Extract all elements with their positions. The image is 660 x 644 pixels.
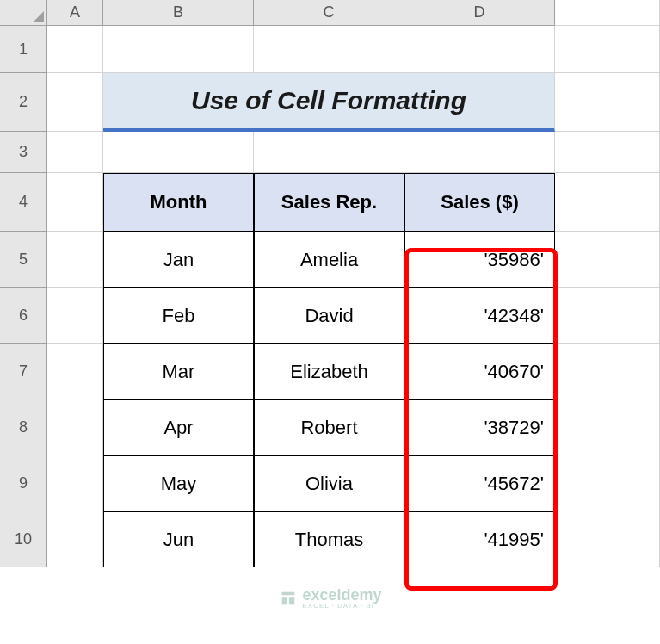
row-header-10[interactable]: 10 <box>0 511 47 567</box>
row-header-5[interactable]: 5 <box>0 232 47 288</box>
row-header-1[interactable]: 1 <box>0 26 47 73</box>
row-header-9[interactable]: 9 <box>0 455 47 511</box>
empty-cell[interactable] <box>555 173 660 232</box>
row-header-2[interactable]: 2 <box>0 73 47 132</box>
cell-d1[interactable] <box>404 26 555 73</box>
header-sales[interactable]: Sales ($) <box>404 173 555 232</box>
cell-rep[interactable]: Olivia <box>254 455 404 511</box>
empty-cell[interactable] <box>555 132 660 173</box>
cell-b3[interactable] <box>103 132 254 173</box>
cell-a2[interactable] <box>47 73 103 132</box>
watermark-sub: EXCEL · DATA · BI <box>302 603 381 610</box>
cell-month[interactable]: Jun <box>103 511 254 567</box>
cell-sales[interactable]: '41995' <box>404 511 555 567</box>
row-header-3[interactable]: 3 <box>0 132 47 173</box>
header-rep[interactable]: Sales Rep. <box>254 173 404 232</box>
col-header-b[interactable]: B <box>103 0 254 26</box>
cell-sales[interactable]: '42348' <box>404 288 555 344</box>
cell-a6[interactable] <box>47 288 103 344</box>
cell-sales[interactable]: '38729' <box>404 399 555 455</box>
cell-a5[interactable] <box>47 232 103 288</box>
cell-sales[interactable]: '45672' <box>404 455 555 511</box>
cell-a8[interactable] <box>47 399 103 455</box>
row-header-6[interactable]: 6 <box>0 288 47 344</box>
cell-month[interactable]: Mar <box>103 344 254 399</box>
watermark-main: exceldemy <box>302 587 381 603</box>
row-header-7[interactable]: 7 <box>0 344 47 399</box>
cell-sales[interactable]: '40670' <box>404 344 555 399</box>
empty-cell[interactable] <box>555 0 660 26</box>
cell-rep[interactable]: Amelia <box>254 232 404 288</box>
cell-a3[interactable] <box>47 132 103 173</box>
title-cell[interactable]: Use of Cell Formatting <box>103 73 555 132</box>
empty-cell[interactable] <box>555 399 660 455</box>
cell-d3[interactable] <box>404 132 555 173</box>
spreadsheet-grid: A B C D 1 2 Use of Cell Formatting 3 4 M… <box>0 0 660 567</box>
empty-cell[interactable] <box>555 511 660 567</box>
watermark-icon <box>278 589 297 608</box>
cell-month[interactable]: Jan <box>103 232 254 288</box>
select-all-corner[interactable] <box>0 0 47 26</box>
cell-c3[interactable] <box>254 132 404 173</box>
cell-sales[interactable]: '35986' <box>404 232 555 288</box>
cell-a7[interactable] <box>47 344 103 399</box>
empty-cell[interactable] <box>555 232 660 288</box>
empty-cell[interactable] <box>555 288 660 344</box>
watermark: exceldemy EXCEL · DATA · BI <box>278 587 381 610</box>
cell-rep[interactable]: David <box>254 288 404 344</box>
cell-month[interactable]: Feb <box>103 288 254 344</box>
cell-a4[interactable] <box>47 173 103 232</box>
row-header-4[interactable]: 4 <box>0 173 47 232</box>
empty-cell[interactable] <box>555 344 660 399</box>
empty-cell[interactable] <box>555 26 660 73</box>
col-header-d[interactable]: D <box>404 0 555 26</box>
col-header-c[interactable]: C <box>254 0 404 26</box>
cell-b1[interactable] <box>103 26 254 73</box>
cell-rep[interactable]: Thomas <box>254 511 404 567</box>
empty-cell[interactable] <box>555 455 660 511</box>
cell-rep[interactable]: Elizabeth <box>254 344 404 399</box>
cell-a10[interactable] <box>47 511 103 567</box>
cell-a1[interactable] <box>47 26 103 73</box>
cell-month[interactable]: Apr <box>103 399 254 455</box>
empty-cell[interactable] <box>555 73 660 132</box>
cell-a9[interactable] <box>47 455 103 511</box>
cell-month[interactable]: May <box>103 455 254 511</box>
cell-c1[interactable] <box>254 26 404 73</box>
col-header-a[interactable]: A <box>47 0 103 26</box>
header-month[interactable]: Month <box>103 173 254 232</box>
cell-rep[interactable]: Robert <box>254 399 404 455</box>
row-header-8[interactable]: 8 <box>0 399 47 455</box>
